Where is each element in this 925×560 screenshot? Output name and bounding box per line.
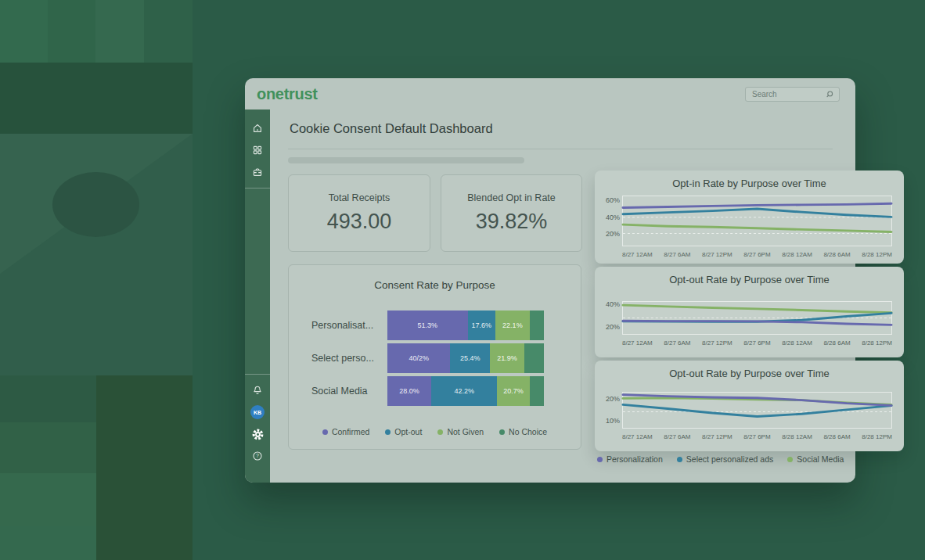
- bar-segment: 22.1%: [495, 311, 530, 340]
- bar-segment: [530, 376, 544, 406]
- help-icon: ?: [252, 451, 263, 461]
- series-line-personalization: [623, 203, 891, 207]
- bar-row: Personalisat...51.3%17.6%22.1%: [289, 311, 581, 340]
- opt-out-rate-chart-card-2: Opt-out Rate by Purpose over Time 20%10%…: [595, 361, 904, 451]
- bar-segment: 28.0%: [387, 376, 431, 406]
- search-input[interactable]: [750, 89, 825, 99]
- legend-item: No Choice: [499, 427, 547, 436]
- legend-dot: [597, 457, 603, 462]
- legend-dot: [385, 429, 391, 435]
- sidebar-briefcase-button[interactable]: [245, 161, 270, 183]
- x-tick-label: 8/28 6AM: [823, 251, 850, 258]
- chart-title: Consent Rate by Purpose: [289, 279, 581, 291]
- chart-legend: ConfirmedOpt-outNot GivenNo Choice: [289, 427, 581, 436]
- legend-dot: [437, 429, 443, 435]
- x-tick-label: 8/28 12AM: [782, 433, 812, 440]
- page-title: Cookie Consent Default Dashboard: [290, 121, 493, 136]
- x-tick-label: 8/27 12PM: [702, 251, 732, 258]
- legend-item: Social Media: [787, 454, 844, 464]
- line-charts-legend: PersonalizationSelect personalized adsSo…: [597, 454, 844, 464]
- legend-label: Select personalized ads: [686, 454, 774, 464]
- chart-title: Opt-out Rate by Purpose over Time: [595, 368, 904, 379]
- bar-segment: 40/2%: [387, 343, 450, 373]
- settings-button[interactable]: [245, 423, 270, 445]
- x-tick-label: 8/27 12PM: [702, 339, 732, 346]
- bell-icon: [252, 385, 263, 396]
- sidebar-apps-button[interactable]: [245, 139, 270, 161]
- kpi-card-blended-opt-in-rate: Blended Opt in Rate 39.82%: [441, 174, 582, 252]
- app-header: onetrust: [245, 78, 855, 109]
- x-tick-label: 8/27 12PM: [702, 433, 732, 440]
- bar-segment: 21.9%: [490, 343, 524, 373]
- opt-in-rate-chart-card: Opt-in Rate by Purpose over Time 60%40%2…: [595, 171, 904, 264]
- legend-label: No Choice: [509, 427, 547, 436]
- sidebar-home-button[interactable]: [245, 117, 270, 139]
- background-shape: [0, 422, 96, 473]
- opt-out-rate-chart-card-1: Opt-out Rate by Purpose over Time 40%20%…: [595, 267, 904, 357]
- y-tick-label: 40%: [606, 300, 620, 308]
- background-shape: [48, 0, 95, 63]
- kpi-label: Total Receipts: [289, 192, 430, 203]
- plot-area: [622, 392, 892, 429]
- x-tick-label: 8/27 6AM: [664, 251, 690, 258]
- avatar: KB: [250, 405, 265, 419]
- background-shape: [0, 0, 48, 63]
- legend-label: Not Given: [447, 427, 484, 436]
- x-tick-label: 8/28 6AM: [823, 339, 850, 346]
- briefcase-icon: [252, 167, 263, 178]
- notifications-button[interactable]: [245, 379, 270, 401]
- search-icon: [825, 90, 834, 99]
- y-axis: 40%20%: [596, 301, 620, 335]
- legend-dot: [322, 429, 328, 435]
- chart-title: Opt-out Rate by Purpose over Time: [595, 274, 904, 285]
- search-box[interactable]: [745, 87, 840, 102]
- bar-category-label: Select perso...: [289, 353, 387, 364]
- x-axis: 8/27 12AM8/27 6AM8/27 12PM8/27 6PM8/28 1…: [622, 433, 892, 440]
- title-divider: [288, 149, 833, 149]
- series-line-social-media: [623, 224, 891, 232]
- series-line-social-media: [623, 305, 891, 313]
- bar-category-label: Personalisat...: [289, 320, 387, 331]
- series-line-select-personalized-ads: [623, 404, 891, 416]
- legend-label: Opt-out: [394, 427, 422, 436]
- bar-row: Select perso...40/2%25.4%21.9%: [289, 343, 581, 373]
- bar-segment: 25.4%: [450, 343, 490, 373]
- background-shape: [0, 63, 193, 134]
- consent-rate-by-purpose-card: Consent Rate by Purpose Personalisat...5…: [288, 264, 581, 450]
- background-shape: [0, 473, 96, 526]
- legend-label: Social Media: [797, 454, 844, 464]
- stacked-bar: 28.0%42.2%20.7%: [387, 376, 544, 406]
- x-tick-label: 8/27 6AM: [664, 339, 690, 346]
- apps-grid-icon: [252, 145, 263, 156]
- stacked-bar: 40/2%25.4%21.9%: [387, 343, 544, 373]
- y-tick-label: 20%: [606, 230, 620, 238]
- home-icon: [252, 123, 263, 134]
- x-tick-label: 8/28 12PM: [862, 433, 892, 440]
- plot-area: [622, 301, 892, 335]
- y-tick-label: 40%: [606, 214, 620, 221]
- bar-segment: 20.7%: [497, 376, 529, 406]
- x-tick-label: 8/27 12AM: [622, 251, 653, 258]
- kpi-card-total-receipts: Total Receipts 493.00: [288, 174, 430, 252]
- x-tick-label: 8/28 12AM: [782, 251, 812, 258]
- background-shape: [0, 526, 96, 560]
- background-shape: [96, 375, 193, 560]
- chart-title: Opt-in Rate by Purpose over Time: [595, 178, 904, 189]
- kpi-label: Blended Opt in Rate: [441, 192, 581, 203]
- background-circle: [52, 172, 139, 237]
- x-axis: 8/27 12AM8/27 6AM8/27 12PM8/27 6PM8/28 1…: [622, 339, 892, 346]
- user-avatar-button[interactable]: KB: [245, 401, 270, 423]
- onetrust-logo: onetrust: [257, 78, 318, 109]
- y-axis: 20%10%: [596, 392, 620, 429]
- help-button[interactable]: ?: [245, 445, 270, 467]
- legend-label: Personalization: [606, 454, 663, 464]
- bar-category-label: Social Media: [289, 386, 387, 397]
- stacked-bar: 51.3%17.6%22.1%: [387, 311, 544, 340]
- legend-label: Confirmed: [332, 427, 369, 436]
- y-tick-label: 20%: [606, 395, 620, 403]
- stacked-bar-chart: Personalisat...51.3%17.6%22.1%Select per…: [289, 311, 581, 409]
- plot-area: [622, 196, 892, 246]
- x-tick-label: 8/27 12AM: [622, 339, 653, 346]
- legend-dot: [677, 457, 682, 462]
- background-shape: [95, 0, 144, 63]
